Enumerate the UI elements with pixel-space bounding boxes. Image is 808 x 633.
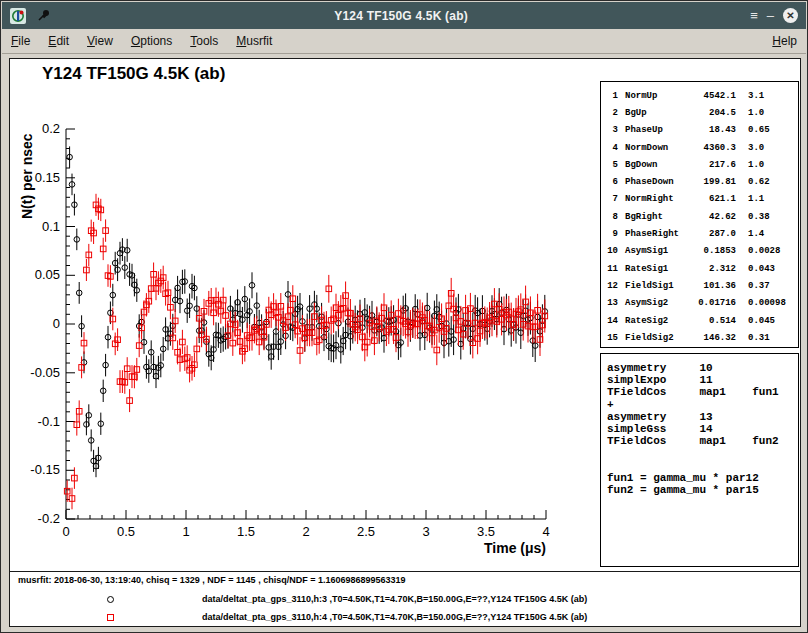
param-perr: 0.37 bbox=[748, 281, 794, 291]
menu-item-edit[interactable]: Edit bbox=[39, 30, 78, 52]
status-strip: musrfit: 2018-06-30, 13:19:40, chisq = 1… bbox=[9, 571, 801, 627]
param-pname: RateSig1 bbox=[625, 264, 680, 274]
param-pname: AsymSig2 bbox=[625, 298, 680, 308]
param-pn: 14 bbox=[605, 316, 618, 326]
svg-text:0: 0 bbox=[62, 524, 69, 539]
titlebar: Y124 TF150G 4.5K (ab) ≡ – ✕ bbox=[2, 2, 806, 29]
param-pval: 287.0 bbox=[680, 229, 736, 239]
param-pname: BgDown bbox=[625, 160, 680, 170]
theory-function-lines: asymmetry 10simplExpo 11TFieldCos map1 f… bbox=[607, 362, 792, 496]
param-row: 4NormDown4360.33.0 bbox=[605, 139, 794, 156]
theory-line bbox=[607, 460, 792, 472]
param-perr: 0.38 bbox=[748, 212, 794, 222]
theory-line: TFieldCos map1 fun1 bbox=[607, 386, 792, 398]
param-pname: NormRight bbox=[625, 194, 680, 204]
param-row: 5BgDown217.61.0 bbox=[605, 156, 794, 173]
param-pn: 2 bbox=[605, 108, 618, 118]
legend-label: data/deltat_pta_gps_3110,h:3 ,T0=4.50K,T… bbox=[202, 594, 587, 604]
param-perr: 0.043 bbox=[748, 264, 794, 274]
fit-status-text: musrfit: 2018-06-30, 13:19:40, chisq = 1… bbox=[18, 575, 405, 585]
svg-text:0.1: 0.1 bbox=[42, 219, 60, 234]
param-row: 2BgUp204.51.0 bbox=[605, 104, 794, 121]
param-pval: 18.43 bbox=[680, 125, 736, 135]
param-pval: 42.62 bbox=[680, 212, 736, 222]
param-row: 13AsymSig20.017160.00098 bbox=[605, 295, 794, 312]
param-pn: 10 bbox=[605, 246, 618, 256]
menu-left: FileEditViewOptionsToolsMusrfit bbox=[2, 34, 281, 48]
svg-text:N(t) per nsec: N(t) per nsec bbox=[19, 133, 35, 219]
svg-text:0.05: 0.05 bbox=[35, 267, 60, 282]
param-pn: 7 bbox=[605, 194, 618, 204]
param-row: 6PhaseDown199.810.62 bbox=[605, 173, 794, 190]
param-perr: 3.1 bbox=[748, 91, 794, 101]
param-row: 12FieldSig1101.360.37 bbox=[605, 277, 794, 294]
param-pn: 15 bbox=[605, 333, 618, 343]
param-row: 8BgRight42.620.38 bbox=[605, 208, 794, 225]
window-menu-icon[interactable]: ≡ bbox=[750, 9, 758, 22]
param-pn: 1 bbox=[605, 91, 618, 101]
param-pname: PhaseRight bbox=[625, 229, 680, 239]
param-pval: 199.81 bbox=[680, 177, 736, 187]
fit-parameter-list: 1NormUp4542.13.12BgUp204.51.03PhaseUp18.… bbox=[605, 87, 794, 346]
close-icon[interactable]: ✕ bbox=[783, 8, 798, 23]
svg-text:4: 4 bbox=[542, 524, 549, 539]
titlebar-buttons: ≡ – ✕ bbox=[750, 8, 798, 23]
plot-area[interactable]: -0.2-0.15-0.1-0.0500.050.10.150.200.511.… bbox=[10, 59, 608, 571]
main-canvas: -0.2-0.15-0.1-0.0500.050.10.150.200.511.… bbox=[9, 58, 801, 572]
svg-text:-0.05: -0.05 bbox=[30, 365, 60, 380]
param-perr: 0.045 bbox=[748, 316, 794, 326]
param-perr: 1.4 bbox=[748, 229, 794, 239]
svg-text:-0.2: -0.2 bbox=[38, 511, 60, 526]
param-perr: 0.0028 bbox=[748, 246, 794, 256]
svg-text:0.5: 0.5 bbox=[117, 524, 135, 539]
svg-text:3.5: 3.5 bbox=[477, 524, 495, 539]
param-perr: 0.62 bbox=[748, 177, 794, 187]
param-pn: 13 bbox=[605, 298, 618, 308]
param-pname: FieldSig2 bbox=[625, 333, 680, 343]
menu-item-help[interactable]: Help bbox=[763, 30, 806, 52]
menu-item-file[interactable]: File bbox=[2, 30, 39, 52]
param-pval: 0.1853 bbox=[680, 246, 736, 256]
svg-text:0.2: 0.2 bbox=[42, 121, 60, 136]
param-pname: NormUp bbox=[625, 91, 680, 101]
theory-line: simplExpo 11 bbox=[607, 374, 792, 386]
param-perr: 1.0 bbox=[748, 160, 794, 170]
app-icon[interactable] bbox=[9, 7, 27, 25]
param-pval: 621.1 bbox=[680, 194, 736, 204]
param-row: 7NormRight621.11.1 bbox=[605, 191, 794, 208]
param-pval: 0.514 bbox=[680, 316, 736, 326]
legend-item: data/deltat_pta_gps_3110,h:4 ,T0=4.50K,T… bbox=[107, 611, 587, 623]
menu-item-tools[interactable]: Tools bbox=[181, 30, 227, 52]
menu-item-options[interactable]: Options bbox=[122, 30, 181, 52]
theory-function-box: asymmetry 10simplExpo 11TFieldCos map1 f… bbox=[600, 353, 799, 567]
theory-line: asymmetry 10 bbox=[607, 362, 792, 374]
theory-line: + bbox=[607, 399, 792, 411]
svg-text:2: 2 bbox=[302, 524, 309, 539]
param-pn: 5 bbox=[605, 160, 618, 170]
pin-icon[interactable] bbox=[34, 7, 52, 25]
legend-circle-marker bbox=[107, 596, 114, 603]
minimize-icon[interactable]: – bbox=[767, 9, 774, 22]
param-pval: 4360.3 bbox=[680, 143, 736, 153]
param-perr: 0.31 bbox=[748, 333, 794, 343]
param-row: 3PhaseUp18.430.65 bbox=[605, 122, 794, 139]
param-perr: 0.00098 bbox=[748, 298, 794, 308]
svg-text:0: 0 bbox=[53, 316, 60, 331]
svg-text:3: 3 bbox=[422, 524, 429, 539]
menu-item-view[interactable]: View bbox=[78, 30, 122, 52]
param-pval: 4542.1 bbox=[680, 91, 736, 101]
param-pname: PhaseUp bbox=[625, 125, 680, 135]
param-pname: BgUp bbox=[625, 108, 680, 118]
param-row: 10AsymSig10.18530.0028 bbox=[605, 243, 794, 260]
fit-parameters-box: 1NormUp4542.13.12BgUp204.51.03PhaseUp18.… bbox=[600, 81, 799, 348]
application-window: Y124 TF150G 4.5K (ab) ≡ – ✕ FileEditView… bbox=[0, 0, 808, 633]
page-title: Y124 TF150G 4.5K (ab) bbox=[42, 64, 225, 84]
menu-item-musrfit[interactable]: Musrfit bbox=[227, 30, 281, 52]
param-pname: NormDown bbox=[625, 143, 680, 153]
svg-text:-0.1: -0.1 bbox=[38, 414, 60, 429]
param-pn: 12 bbox=[605, 281, 618, 291]
param-pname: BgRight bbox=[625, 212, 680, 222]
param-pname: RateSig2 bbox=[625, 316, 680, 326]
param-pn: 11 bbox=[605, 264, 618, 274]
param-pval: 204.5 bbox=[680, 108, 736, 118]
